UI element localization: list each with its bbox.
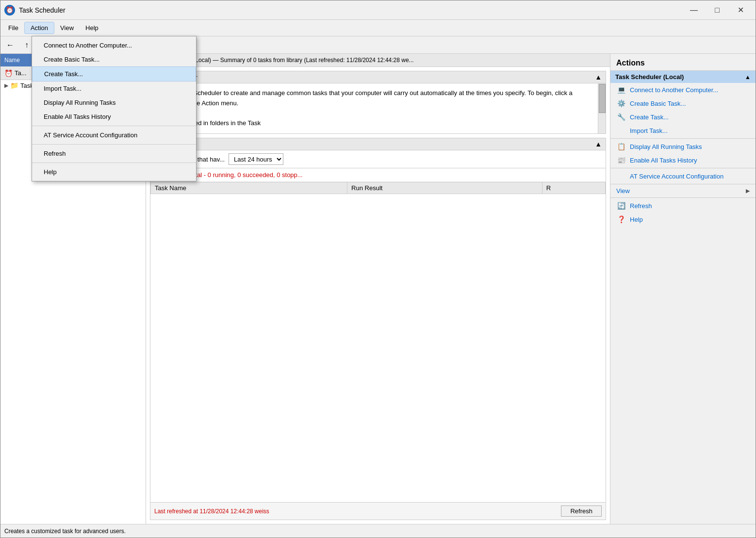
maximize-button[interactable]: □ (706, 3, 728, 17)
action-display-running-label: Display All Running Tasks (630, 143, 702, 150)
window-title: Task Scheduler (19, 6, 683, 14)
app-icon: ⏰ (4, 5, 15, 16)
task-summary-text: Summary: 0 total - 0 running, 0 succeede… (150, 168, 606, 182)
expand-icon: ▶ (4, 82, 8, 89)
help-icon: ❓ (616, 214, 626, 224)
overview-scrollbar-thumb[interactable] (599, 84, 606, 113)
center-panel: Task Scheduler (Local) — Summary of 0 ta… (146, 54, 610, 524)
folder-icon: 📁 (10, 82, 18, 89)
action-view-label: View (616, 187, 630, 195)
breadcrumb-icon: ⏰ (4, 69, 13, 77)
menu-action[interactable]: Action (24, 22, 54, 34)
col-run-result: Run Result (347, 182, 542, 194)
action-enable-history-label: Enable All Tasks History (630, 157, 697, 164)
task-filter-select[interactable]: Last 24 hours Last week Last month All (229, 153, 283, 165)
action-connect[interactable]: 💻 Connect to Another Computer... (610, 83, 756, 97)
dropdown-connect[interactable]: Connect to Another Computer... (32, 38, 196, 52)
back-button[interactable]: ← (2, 38, 18, 52)
menu-help[interactable]: Help (80, 22, 104, 33)
center-header: Task Scheduler (Local) — Summary of 0 ta… (146, 54, 610, 67)
dropdown-create-basic[interactable]: Create Basic Task... (32, 52, 196, 66)
task-summary-scroll-up[interactable]: ▲ (595, 140, 602, 148)
action-sep-3 (610, 184, 756, 184)
dropdown-refresh[interactable]: Refresh (32, 147, 196, 161)
action-dropdown: Connect to Another Computer... Create Ba… (32, 36, 197, 181)
enable-history-icon: 📰 (616, 155, 626, 165)
tree-header-label: Name (4, 57, 20, 64)
action-at-service-label: AT Service Account Configuration (630, 173, 723, 180)
dropdown-sep-3 (32, 163, 196, 163)
action-create-basic-label: Create Basic Task... (630, 100, 686, 107)
dropdown-create-task[interactable]: Create Task... (32, 66, 196, 82)
overview-section-header: Task Scheduler ▲ (150, 71, 606, 83)
action-sep-4 (610, 197, 756, 198)
create-basic-icon: ⚙️ (616, 98, 626, 108)
action-help-label: Help (630, 216, 643, 223)
action-import-label: Import Task... (630, 127, 668, 134)
overview-scrollbar[interactable] (598, 83, 606, 133)
refresh-icon: 🔄 (616, 201, 626, 211)
action-sep-1 (610, 138, 756, 139)
actions-title: Actions (610, 54, 756, 71)
action-help[interactable]: ❓ Help (610, 212, 756, 226)
breadcrumb-label: Ta... (15, 69, 27, 77)
action-create-basic[interactable]: ⚙️ Create Basic Task... (610, 97, 756, 110)
actions-panel: Actions Task Scheduler (Local) ▲ 💻 Conne… (610, 54, 756, 524)
col-task-name: Task Name (151, 182, 347, 194)
action-create-task[interactable]: 🔧 Create Task... (610, 110, 756, 124)
col-r: R (542, 182, 605, 194)
action-refresh[interactable]: 🔄 Refresh (610, 199, 756, 212)
center-body: Task Scheduler ▲ Use the Task Scheduler … (146, 67, 610, 524)
task-summary-section: Active Tasks ▲ Status of tasks that hav.… (150, 138, 606, 520)
dropdown-import[interactable]: Import Task... (32, 82, 196, 96)
task-summary-header: Active Tasks ▲ (150, 138, 606, 150)
action-display-running[interactable]: 📋 Display All Running Tasks (610, 140, 756, 153)
refresh-bar: Last refreshed at 11/28/2024 12:44:28 we… (150, 502, 606, 520)
dropdown-help[interactable]: Help (32, 165, 196, 179)
status-text: Creates a customized task for advanced u… (4, 528, 126, 535)
display-running-icon: 📋 (616, 142, 626, 151)
title-bar: ⏰ Task Scheduler — □ ✕ (0, 0, 756, 20)
action-view-chevron: ▶ (746, 188, 750, 194)
action-enable-history[interactable]: 📰 Enable All Tasks History (610, 153, 756, 167)
section-scroll-up[interactable]: ▲ (595, 73, 602, 81)
refresh-bar-text: Last refreshed at 11/28/2024 12:44:28 we… (154, 508, 269, 515)
dropdown-at-service[interactable]: AT Service Account Configuration (32, 128, 196, 142)
task-table: Task Name Run Result R (150, 182, 606, 502)
overview-section-body: Use the Task Scheduler to create and man… (150, 83, 598, 133)
close-button[interactable]: ✕ (729, 3, 752, 17)
action-sep-2 (610, 168, 756, 168)
menu-view[interactable]: View (54, 22, 80, 33)
refresh-button[interactable]: Refresh (561, 505, 602, 517)
actions-group-body: 💻 Connect to Another Computer... ⚙️ Crea… (610, 83, 756, 226)
dropdown-sep-2 (32, 144, 196, 145)
action-connect-label: Connect to Another Computer... (630, 86, 718, 94)
dropdown-sep-1 (32, 126, 196, 126)
create-task-icon: 🔧 (616, 112, 626, 122)
menu-file[interactable]: File (2, 22, 24, 33)
actions-group-chevron: ▲ (745, 74, 751, 81)
overview-section: Task Scheduler ▲ Use the Task Scheduler … (150, 71, 606, 134)
actions-group-header[interactable]: Task Scheduler (Local) ▲ (610, 71, 756, 83)
dropdown-enable-history[interactable]: Enable All Tasks History (32, 110, 196, 124)
task-filter-row: Status of tasks that hav... Last 24 hour… (150, 150, 606, 168)
menu-bar: File Action View Help (0, 20, 756, 36)
action-create-task-label: Create Task... (630, 114, 669, 121)
minimize-button[interactable]: — (683, 3, 705, 17)
action-import[interactable]: Import Task... (610, 124, 756, 137)
window-controls: — □ ✕ (683, 3, 752, 17)
main-window: ⏰ Task Scheduler — □ ✕ File Action View … (0, 0, 756, 538)
status-bar: Creates a customized task for advanced u… (0, 524, 756, 538)
connect-icon: 💻 (616, 85, 626, 95)
action-view[interactable]: View ▶ (610, 185, 756, 196)
actions-group-label: Task Scheduler (Local) (615, 73, 684, 81)
action-at-service[interactable]: AT Service Account Configuration (610, 169, 756, 183)
action-refresh-label: Refresh (630, 202, 652, 210)
dropdown-display-running[interactable]: Display All Running Tasks (32, 96, 196, 110)
